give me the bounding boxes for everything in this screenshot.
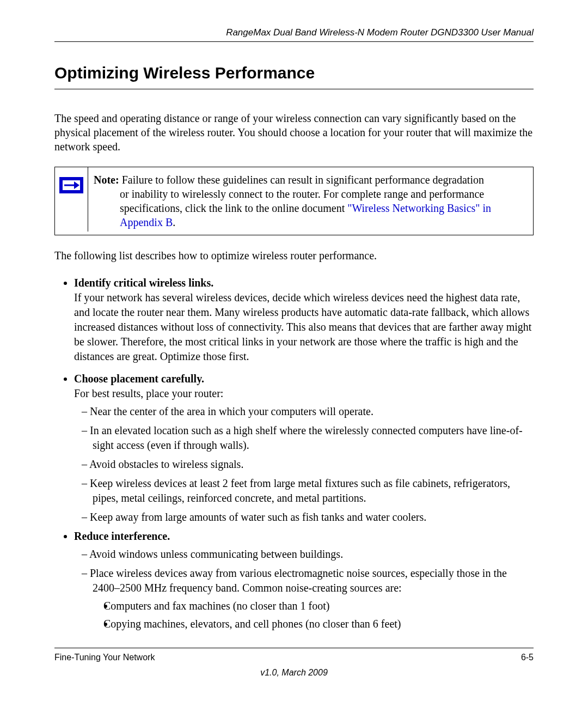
sublist-item: Avoid windows unless communicating betwe… bbox=[93, 547, 534, 562]
note-body-2: or inability to wirelessly connect to th… bbox=[120, 187, 525, 229]
arrow-right-icon bbox=[59, 177, 83, 193]
note-icon-cell bbox=[55, 167, 88, 232]
sublist: Avoid windows unless communicating betwe… bbox=[74, 547, 534, 631]
lead-paragraph: The following list describes how to opti… bbox=[54, 248, 534, 263]
item-title: Choose placement carefully. bbox=[74, 373, 204, 385]
item-body: If your network has several wireless dev… bbox=[74, 291, 531, 362]
subsublist: Computers and fax machines (no closer th… bbox=[93, 599, 534, 631]
list-item: Choose placement carefully. For best res… bbox=[74, 372, 534, 525]
page: RangeMax Dual Band Wireless-N Modem Rout… bbox=[0, 0, 588, 706]
document-header: RangeMax Dual Band Wireless-N Modem Rout… bbox=[54, 27, 534, 42]
item-title: Identify critical wireless links. bbox=[74, 277, 213, 289]
doc-title: RangeMax Dual Band Wireless-N Modem Rout… bbox=[226, 27, 534, 38]
subsublist-item: Copying machines, elevators, and cell ph… bbox=[114, 617, 534, 631]
sublist-item: Near the center of the area in which you… bbox=[93, 404, 534, 419]
item-body: For best results, place your router: bbox=[74, 387, 223, 399]
sublist: Near the center of the area in which you… bbox=[74, 404, 534, 525]
note-label: Note: bbox=[94, 174, 119, 186]
optimization-list: Identify critical wireless links. If you… bbox=[54, 276, 534, 631]
note-body-1: Failure to follow these guidelines can r… bbox=[119, 174, 484, 186]
intro-paragraph: The speed and operating distance or rang… bbox=[54, 111, 534, 154]
list-item: Reduce interference. Avoid windows unles… bbox=[74, 529, 534, 631]
subsublist-item: Computers and fax machines (no closer th… bbox=[114, 599, 534, 613]
footer-page-number: 6-5 bbox=[521, 653, 534, 662]
sublist-item: Avoid obstacles to wireless signals. bbox=[93, 457, 534, 472]
note-link[interactable]: "Wireless Networking Basics" in Appendix… bbox=[120, 202, 491, 228]
section-title: Optimizing Wireless Performance bbox=[54, 64, 534, 89]
sublist-item: Keep wireless devices at least 2 feet fr… bbox=[93, 476, 534, 506]
footer: Fine-Tuning Your Network 6-5 v1.0, March… bbox=[54, 648, 534, 678]
sublist-item: Place wireless devices away from various… bbox=[93, 566, 534, 631]
sublist-item: In an elevated location such as a high s… bbox=[93, 423, 534, 453]
footer-version: v1.0, March 2009 bbox=[54, 668, 534, 678]
note-text: Note: Failure to follow these guidelines… bbox=[88, 167, 533, 235]
item-title: Reduce interference. bbox=[74, 530, 170, 542]
note-box: Note: Failure to follow these guidelines… bbox=[54, 167, 534, 235]
footer-section: Fine-Tuning Your Network bbox=[54, 653, 155, 662]
list-item: Identify critical wireless links. If you… bbox=[74, 276, 534, 364]
sublist-item: Keep away from large amounts of water su… bbox=[93, 510, 534, 525]
